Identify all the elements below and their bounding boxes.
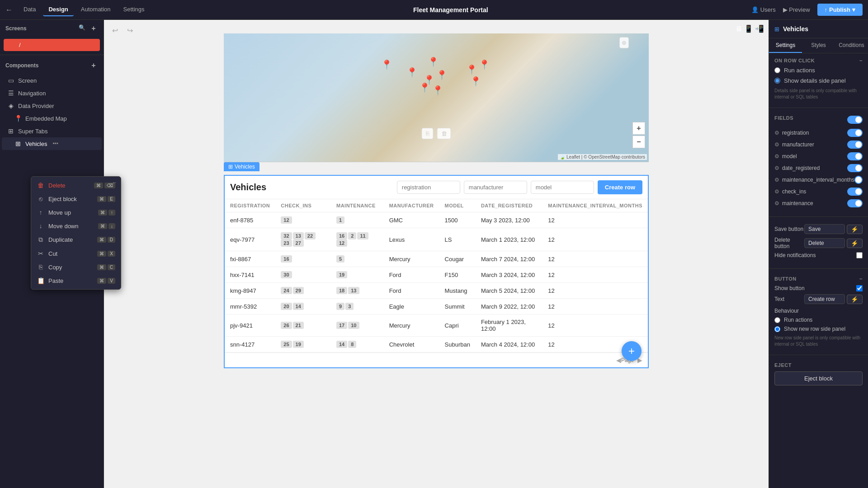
search-icon[interactable]: 🔍 — [79, 24, 85, 33]
tab-data[interactable]: Data — [18, 3, 41, 16]
sidebar-item-super-tabs[interactable]: ⊞ Super Tabs — [2, 125, 102, 137]
tab-design[interactable]: Design — [43, 3, 73, 16]
screen-item-root[interactable]: / — [4, 39, 100, 51]
run-actions-option[interactable]: Run actions — [774, 67, 863, 74]
on-row-click-label[interactable]: ON ROW CLICK − — [774, 58, 863, 63]
col-maintenance: MAINTENANCE — [331, 199, 384, 212]
button-section-label[interactable]: BUTTON − — [774, 276, 863, 282]
table-row[interactable]: fxi-8867 16 5 Mercury Cougar March 7 202… — [225, 251, 648, 267]
gear-icon[interactable]: ⚙ — [774, 153, 779, 160]
cell-checkins: 2014 — [275, 299, 331, 314]
table-row[interactable]: snn-4127 2519 148 Chevrolet Suburban Mar… — [225, 337, 648, 352]
preview-button[interactable]: ▶ Preview — [783, 6, 810, 13]
more-options-icon[interactable]: ••• — [52, 141, 58, 147]
add-screen-button[interactable]: + — [89, 24, 98, 33]
table-row[interactable]: hxx-7141 30 19 Ford F150 March 3 2024, 1… — [225, 267, 648, 283]
zoom-out-button[interactable]: − — [632, 136, 645, 148]
users-button[interactable]: 👤 Users — [751, 6, 776, 13]
search-manufacturer[interactable] — [464, 181, 527, 194]
tab-automation[interactable]: Automation — [75, 3, 116, 16]
search-model[interactable] — [531, 181, 594, 194]
desktop-view-button[interactable]: 🖥 — [735, 25, 742, 33]
map-target-button[interactable]: ⊕ — [619, 37, 629, 48]
back-button[interactable]: ← — [5, 6, 13, 14]
ctx-eject-block[interactable]: ⎋ Eject block ⌘E — [31, 192, 121, 206]
data-provider-icon: ◈ — [7, 102, 14, 109]
table-row[interactable]: kmg-8947 2429 1813 Ford Mustang March 5 … — [225, 283, 648, 299]
field-toggle[interactable] — [847, 129, 863, 137]
field-toggle[interactable] — [847, 141, 863, 149]
eject-section-label[interactable]: EJECT — [774, 362, 863, 368]
table-row[interactable]: enf-8785 12 1 GMC 1500 May 3 2023, 12:00… — [225, 212, 648, 228]
ctx-delete[interactable]: 🗑 Delete ⌘⌫ ← — [31, 178, 121, 192]
table-row[interactable]: mmr-5392 2014 93 Eagle Summit March 9 20… — [225, 299, 648, 314]
add-component-button[interactable]: + — [89, 61, 98, 70]
behaviour-run-actions[interactable]: Run actions — [774, 317, 863, 323]
tablet-view-button[interactable]: 📱 — [744, 24, 753, 33]
screens-header: Screens 🔍 + — [0, 20, 104, 37]
button-text-lightning[interactable]: ⚡ — [847, 295, 863, 304]
table-row[interactable]: eqv-7977 3213222327 1621112 Lexus LS Mar… — [225, 228, 648, 251]
gear-icon[interactable]: ⚙ — [774, 200, 779, 206]
field-toggle[interactable] — [847, 199, 863, 207]
sidebar-item-vehicles[interactable]: ⊞ Vehicles ••• — [2, 137, 102, 150]
field-toggle[interactable] — [847, 152, 863, 160]
eject-block-button[interactable]: Eject block — [774, 371, 863, 385]
save-button-text[interactable] — [804, 224, 845, 234]
fields-master-toggle[interactable] — [847, 116, 863, 124]
field-toggle[interactable] — [854, 176, 863, 184]
button-text-input[interactable] — [804, 294, 845, 304]
ctx-duplicate[interactable]: ⧉ Duplicate ⌘D — [31, 233, 121, 247]
save-lightning-button[interactable]: ⚡ — [847, 225, 863, 234]
sidebar-item-data-provider[interactable]: ◈ Data Provider — [2, 99, 102, 112]
tab-settings[interactable]: Settings — [118, 3, 150, 16]
field-toggle[interactable] — [847, 188, 863, 196]
fab-add-button[interactable]: + — [622, 341, 642, 361]
search-registration[interactable] — [397, 181, 460, 194]
field-toggle[interactable] — [847, 164, 863, 172]
show-details-radio[interactable] — [774, 78, 780, 84]
cell-registration: fxi-8867 — [225, 251, 275, 267]
ctx-copy[interactable]: ⎘ Copy ⌘C — [31, 260, 121, 274]
gear-icon[interactable]: ⚙ — [774, 130, 779, 136]
run-actions-radio[interactable] — [774, 67, 780, 73]
undo-button[interactable]: ↩ — [108, 24, 122, 37]
map-delete-button[interactable]: 🗑 — [437, 128, 451, 139]
hide-notifications-checkbox[interactable] — [856, 252, 863, 258]
ctx-move-down[interactable]: ↓ Move down ⌘↓ — [31, 219, 121, 233]
ctx-move-up[interactable]: ↑ Move up ⌘↑ — [31, 206, 121, 219]
sidebar-item-embedded-map[interactable]: 📍 Embedded Map — [2, 112, 102, 125]
table-row[interactable]: pjv-9421 2621 1710 Mercury Capri Februar… — [225, 314, 648, 337]
gear-icon[interactable]: ⚙ — [774, 165, 779, 171]
prev-page-button[interactable]: ◀ — [616, 357, 621, 364]
tab-styles[interactable]: Styles — [802, 38, 835, 53]
map-copy-button[interactable]: ⎘ — [422, 128, 434, 139]
delete-button-text[interactable] — [804, 238, 845, 248]
map-attribution: 🍃 Leaflet | © OpenStreetMap contributors — [558, 154, 647, 160]
show-details-option[interactable]: Show details side panel — [774, 77, 863, 84]
main-layout: Screens 🔍 + / Components + ▭ Screen ☰ Na… — [0, 20, 868, 488]
ctx-paste[interactable]: 📋 Paste ⌘V — [31, 274, 121, 287]
publish-button[interactable]: ↑ Publish ▾ — [817, 4, 863, 16]
table-title: Vehicles — [230, 182, 393, 192]
behaviour-new-row-radio[interactable] — [774, 326, 780, 332]
fields-header: Fields — [774, 115, 863, 124]
sidebar-item-navigation[interactable]: ☰ Navigation — [2, 87, 102, 99]
redo-button[interactable]: ↪ — [123, 24, 137, 37]
ctx-cut[interactable]: ✂ Cut ⌘X — [31, 247, 121, 260]
tab-conditions[interactable]: Conditions — [835, 38, 868, 53]
zoom-in-button[interactable]: + — [632, 122, 645, 135]
gear-icon[interactable]: ⚙ — [774, 141, 779, 148]
gear-icon[interactable]: ⚙ — [774, 177, 779, 183]
behaviour-show-new-row[interactable]: Show new row side panel — [774, 326, 863, 332]
gear-icon[interactable]: ⚙ — [774, 188, 779, 195]
sidebar-item-screen[interactable]: ▭ Screen — [2, 74, 102, 87]
table-header: Vehicles Create row — [225, 176, 648, 199]
tab-settings[interactable]: Settings — [769, 38, 802, 53]
delete-lightning-button[interactable]: ⚡ — [847, 239, 863, 248]
mobile-view-button[interactable]: 📲 — [755, 24, 764, 33]
components-header: Components + — [0, 57, 104, 74]
create-row-button[interactable]: Create row — [598, 180, 642, 194]
show-button-checkbox[interactable] — [856, 285, 863, 291]
behaviour-run-radio[interactable] — [774, 317, 780, 323]
